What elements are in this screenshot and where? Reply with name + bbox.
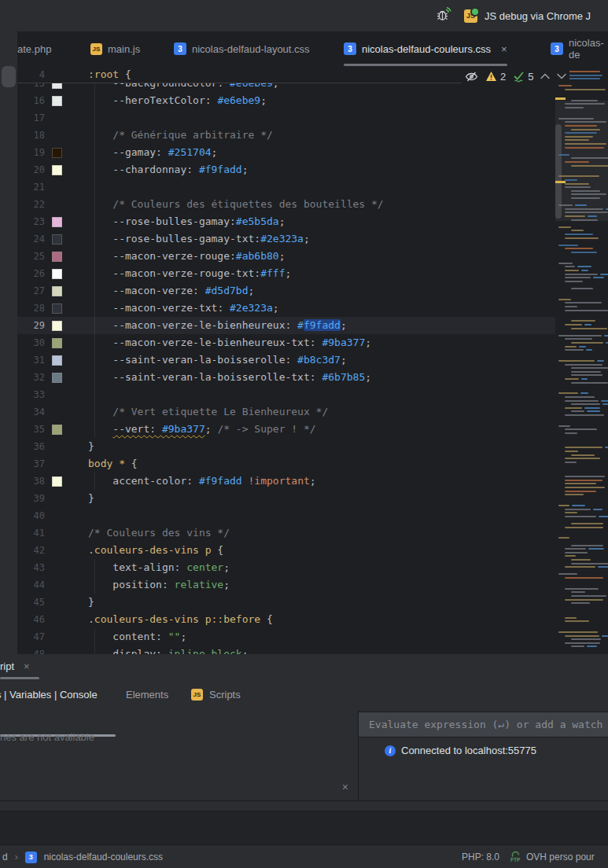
tab-scripts[interactable]: JS Scripts [191, 681, 241, 708]
code-lines[interactable]: 15 --backgroundColor: #e6ebe9;16 --heroT… [17, 75, 555, 655]
code-line-25[interactable]: 25 --macon-verze-rouge:#ab6b80; [17, 248, 555, 265]
code-line-27[interactable]: 27 --macon-verze: #d5d7bd; [17, 282, 555, 300]
code-line-35[interactable]: 35 --vert: #9ba377; /* -> Super ! */ [17, 421, 555, 438]
tab-label: nicolas-delfaud-couleurs.css [362, 43, 491, 55]
ok-indicator[interactable]: 5 [513, 71, 533, 83]
color-swatch[interactable] [45, 252, 88, 262]
color-swatch[interactable] [45, 234, 88, 245]
php-version-widget[interactable]: PHP: 8.0 [462, 851, 499, 862]
code-line-38[interactable]: 38 accent-color: #f9fadd !important; [17, 473, 555, 490]
color-swatch[interactable] [45, 355, 88, 366]
editor-tab-nicolas-delfaud-couleurs-css[interactable]: 3nicolas-delfaud-couleurs.css× [344, 31, 507, 66]
warning-stripe-mark[interactable] [555, 181, 566, 183]
code-line-45[interactable]: 45} [17, 594, 555, 611]
color-swatch[interactable] [45, 96, 88, 106]
code-line-23[interactable]: 23 --rose-bulles-gamay:#e5b5da; [17, 213, 555, 230]
css-file-icon: 3 [174, 42, 186, 55]
line-number: 36 [17, 441, 45, 452]
code-line-37[interactable]: 37body * { [17, 455, 555, 473]
code-line-30[interactable]: 30 --macon-verze-le-bienheureux-txt: #9b… [17, 334, 555, 351]
color-swatch[interactable] [45, 321, 88, 331]
editor-tab-main-js[interactable]: JSmain.js [90, 31, 140, 66]
js-icon: JS [191, 689, 203, 701]
code-line-24[interactable]: 24 --rose-bulles-gamay-txt:#2e323a; [17, 230, 555, 248]
code-line-34[interactable]: 34 /* Vert etiquette Le Bienheureux */ [17, 403, 555, 421]
code-line-26[interactable]: 26 --macon-verze-rouge-txt:#fff; [17, 265, 555, 282]
line-number: 44 [17, 579, 45, 590]
inspections-widget[interactable]: 2 5 [462, 68, 569, 84]
code-line-20[interactable]: 20 --chardonnay: #f9fadd; [17, 161, 555, 178]
code-line-22[interactable]: 22 /* Couleurs des étiquettes des boutei… [17, 196, 555, 213]
deployment-widget[interactable]: FTP OVH perso pour [510, 851, 595, 862]
color-swatch[interactable] [45, 303, 88, 314]
editor-tab-nicolas-de[interactable]: 3nicolas-de [551, 31, 608, 66]
code-text: } [88, 594, 94, 611]
code-text: position: relative; [88, 576, 230, 594]
evaluate-expression-input[interactable]: Evaluate expression (↵) or add a watch ( [359, 712, 608, 737]
evaluate-placeholder: Evaluate expression (↵) or add a watch ( [369, 719, 608, 730]
run-configuration[interactable]: JS JS debug via Chrome J [464, 9, 591, 23]
line-number: 17 [17, 112, 45, 123]
code-line-29[interactable]: 29 --macon-verze-le-bienheureux: #f9fadd… [17, 317, 555, 334]
highlighting-level-icon[interactable] [465, 71, 478, 83]
tab-elements[interactable]: Elements [126, 681, 168, 708]
code-line-31[interactable]: 31 --saint-veran-la-boisserolle: #b8c3d7… [17, 351, 555, 369]
line-number: 39 [17, 493, 45, 504]
code-line-28[interactable]: 28 --macon-verze-txt: #2e323a; [17, 300, 555, 317]
breadcrumb[interactable]: d › 3 nicolas-delfaud-couleurs.css [2, 845, 163, 868]
code-line-46[interactable]: 46.couleurs-des-vins p::before { [17, 611, 555, 628]
color-swatch[interactable] [45, 165, 88, 175]
code-line-40[interactable]: 40 [17, 507, 555, 524]
minimap[interactable] [555, 66, 608, 654]
color-swatch[interactable] [45, 286, 88, 296]
line-number: 24 [17, 234, 45, 245]
line-number: 35 [17, 424, 45, 435]
code-line-39[interactable]: 39} [17, 490, 555, 507]
color-swatch[interactable] [45, 338, 88, 348]
debug-toolwindow: ript × s | Variables | Console Elements … [0, 654, 608, 800]
warning-stripe-mark[interactable] [555, 97, 566, 100]
color-swatch[interactable] [45, 476, 88, 487]
code-text: .couleurs-des-vins p::before { [88, 611, 273, 628]
close-session-icon[interactable]: × [24, 660, 30, 672]
code-line-19[interactable]: 19 --gamay: #251704; [17, 144, 555, 161]
warnings-indicator[interactable]: 2 [485, 71, 506, 83]
stripe-handle[interactable] [2, 66, 16, 87]
color-swatch[interactable] [45, 373, 88, 383]
close-tab-icon[interactable]: × [501, 43, 507, 55]
code-line-43[interactable]: 43 text-align: center; [17, 559, 555, 576]
code-text: :root { [88, 66, 131, 83]
line-number: 27 [17, 285, 45, 296]
code-line-17[interactable]: 17 [17, 109, 555, 127]
code-text: /* Couleurs des étiquettes des bouteille… [88, 196, 384, 213]
tab-variables-console[interactable]: s | Variables | Console [0, 681, 98, 708]
check-icon [513, 71, 525, 83]
code-line-21[interactable]: 21 [17, 178, 555, 196]
code-line-44[interactable]: 44 position: relative; [17, 576, 555, 594]
color-swatch[interactable] [45, 269, 88, 279]
debugger-listening-icon[interactable] [434, 5, 453, 27]
close-pane-icon[interactable]: × [342, 781, 348, 793]
code-line-33[interactable]: 33 [17, 386, 555, 403]
code-editor[interactable]: 15 --backgroundColor: #e6ebe9;16 --heroT… [17, 66, 608, 655]
editor-tab-nicolas-delfaud-layout-css[interactable]: 3nicolas-delfaud-layout.css [174, 31, 310, 66]
line-number: 25 [17, 251, 45, 262]
debug-session-tab[interactable]: ript × [0, 654, 30, 679]
code-line-18[interactable]: 18 /* Générique arbitraire */ [17, 127, 555, 144]
line-number: 40 [17, 510, 45, 521]
prev-problem-icon[interactable] [540, 73, 550, 79]
code-line-36[interactable]: 36} [17, 438, 555, 455]
editor-tab-ate-php[interactable]: ate.php [17, 31, 51, 66]
empty-band [0, 811, 608, 844]
code-line-16[interactable]: 16 --heroTextColor: #e6ebe9; [17, 92, 555, 109]
code-line-47[interactable]: 47 content: ""; [17, 628, 555, 645]
code-line-41[interactable]: 41/* Couleurs des vins */ [17, 524, 555, 542]
color-swatch[interactable] [45, 148, 88, 158]
code-line-42[interactable]: 42.couleurs-des-vins p { [17, 542, 555, 559]
frames-pane: nes are not available × [0, 710, 358, 800]
code-line-32[interactable]: 32 --saint-veran-la-boisserolle-txt: #6b… [17, 369, 555, 386]
color-swatch[interactable] [45, 425, 88, 435]
next-problem-icon[interactable] [557, 73, 566, 79]
color-swatch[interactable] [45, 217, 88, 227]
code-text: /* Vert etiquette Le Bienheureux */ [88, 403, 328, 421]
